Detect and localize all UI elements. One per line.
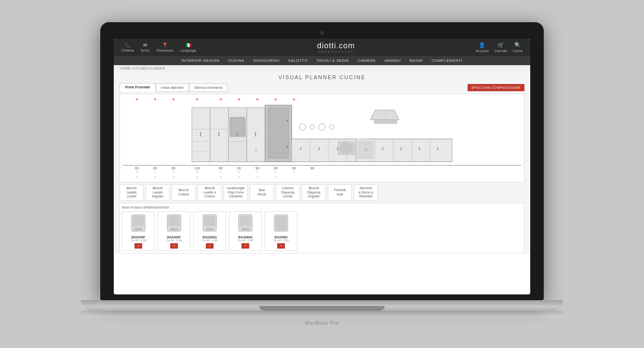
product-add-btn-3[interactable]: + [242, 243, 249, 249]
cart-label: Carrello [495, 49, 507, 53]
cat-basi-persili[interactable]: BasiPersili [250, 184, 274, 200]
cart-btn[interactable]: 🛒 Carrello [495, 42, 507, 53]
delete-x-8[interactable]: × [285, 97, 303, 102]
specchia-btn[interactable]: SPECCHIA COMPOSIZIONE [468, 84, 524, 91]
appliance-icon-1 [166, 214, 182, 232]
arrow-up-7[interactable]: ‹ [267, 170, 285, 175]
search-btn[interactable]: 🔍 Cerca [513, 42, 523, 53]
cat-blocchi-lavello-cottura[interactable]: BlocchiLavello eCottura [198, 184, 222, 200]
delete-x-7[interactable]: × [267, 97, 285, 102]
arrow-dn-0[interactable]: › [128, 175, 146, 180]
product-name-2: BAS060G [196, 236, 224, 239]
top-bar-chiama[interactable]: 📞 Chiama [121, 42, 134, 53]
arrow-dn-1[interactable]: › [146, 175, 164, 180]
left-arrow-8[interactable]: ‹ [294, 170, 295, 175]
nav-armadi[interactable]: ARMADI [385, 58, 401, 63]
top-bar-language[interactable]: 🇮🇹 Language [180, 42, 196, 53]
cat-blocchi-lavello-angolari[interactable]: BlocchiLavelloAngolari [146, 184, 170, 200]
delete-x-6[interactable]: × [248, 97, 267, 102]
measure-4: 60 [212, 167, 230, 170]
right-arrow-4[interactable]: › [220, 175, 222, 180]
left-arrow-0[interactable]: ‹ [136, 170, 138, 175]
measurements-row: 60 60 60 120 60 90 90 60 90 90 [123, 167, 521, 170]
nav-salotto[interactable]: SALOTTO [288, 58, 308, 63]
product-add-btn-0[interactable]: + [134, 243, 142, 249]
nav-cucina[interactable]: CUCINA [228, 58, 244, 63]
svg-rect-38 [319, 147, 320, 150]
tab-vista-frontale[interactable]: Vista Frontale [120, 83, 156, 92]
right-arrow-0[interactable]: › [136, 175, 138, 180]
site-logo[interactable]: diotti.com ARREDACLICK [317, 42, 355, 53]
arrow-dn-4[interactable]: › [212, 175, 230, 180]
measure-2: 60 [164, 167, 183, 170]
tab-elenco-elementi[interactable]: Elenco Elementi [189, 84, 228, 92]
arrow-dn-2[interactable]: › [164, 175, 183, 180]
top-bar: 📞 Chiama ✉ Scrivi 📍 Showroom 🇮🇹 [114, 39, 530, 56]
top-bar-showroom[interactable]: 📍 Showroom [156, 42, 174, 53]
svg-rect-51 [133, 216, 144, 226]
delete-x-0[interactable]: × [128, 97, 146, 102]
account-btn[interactable]: 👤 Account [476, 42, 489, 53]
cat-penisole[interactable]: PenisoleIsole [328, 184, 352, 200]
arrow-dn-3[interactable]: › [183, 175, 212, 180]
left-arrow-6[interactable]: ‹ [257, 170, 258, 175]
arrow-dn-5[interactable]: › [230, 175, 248, 180]
nav-bagni[interactable]: BAGNI [410, 58, 423, 63]
nav-camere[interactable]: CAMERE [358, 58, 376, 63]
cat-elementi-giorno[interactable]: Elementia Giorno eRolmöbel [354, 184, 378, 200]
arrow-up-6[interactable]: ‹ [248, 170, 267, 175]
cat-blocchi-cottura[interactable]: BlocchiCottura [172, 184, 196, 200]
cat-lavastoviglie[interactable]: LavastoviglieFrigo FornoCambotta [224, 184, 248, 200]
nav-interior-design[interactable]: INTERIOR DESIGN [182, 58, 220, 63]
breadcrumb-text: HOME / KITCHEN PLANNER [121, 67, 165, 70]
delete-x-3[interactable]: × [183, 97, 212, 102]
product-add-btn-4[interactable]: + [277, 243, 285, 249]
arrow-up-8[interactable]: ‹ [285, 170, 303, 175]
nav-complementi[interactable]: COMPLEMENTI [431, 58, 462, 63]
left-arrow-7[interactable]: ‹ [275, 170, 277, 175]
product-name-1: BAS060F [160, 236, 188, 239]
left-arrow-3[interactable]: ‹ [197, 170, 198, 175]
arrow-up-4[interactable]: ‹ [212, 170, 230, 175]
nav-tavoli[interactable]: TAVOLI & SEDIE [316, 58, 349, 63]
right-arrow-6[interactable]: › [257, 175, 258, 180]
arrow-up-2[interactable]: ‹ [164, 170, 183, 175]
product-add-btn-1[interactable]: + [170, 243, 178, 249]
cat-blocchi-lavello-lineari[interactable]: BlocchiLavelloLineari [120, 184, 144, 200]
right-arrow-3[interactable]: › [197, 175, 198, 180]
right-arrow-5[interactable]: › [239, 175, 240, 180]
arrow-up-5[interactable]: ‹ [230, 170, 248, 175]
product-add-btn-2[interactable]: + [206, 243, 214, 249]
svg-point-46 [319, 124, 325, 130]
top-bar-scrivi[interactable]: ✉ Scrivi [141, 42, 149, 53]
appliance-icon-4 [273, 214, 289, 232]
delete-x-4[interactable]: × [212, 97, 230, 102]
location-icon: 📍 [162, 42, 168, 48]
cat-colonne-dispensa[interactable]: ColonneDispensaLineari [276, 184, 300, 200]
right-arrow-2[interactable]: › [173, 175, 174, 180]
left-arrow-2[interactable]: ‹ [173, 170, 174, 175]
product-icon-0 [124, 214, 152, 235]
arrow-up-3[interactable]: ‹ [183, 170, 212, 175]
arrow-dn-6[interactable]: › [248, 175, 267, 180]
website: 📞 Chiama ✉ Scrivi 📍 Showroom 🇮🇹 [114, 39, 530, 294]
arrow-dn-7[interactable]: › [267, 175, 285, 180]
delete-x-5[interactable]: × [230, 97, 248, 102]
delete-x-2[interactable]: × [164, 97, 183, 102]
arrow-up-1[interactable]: ‹ [146, 170, 164, 175]
left-arrow-4[interactable]: ‹ [220, 170, 222, 175]
svg-point-47 [329, 125, 334, 129]
delete-row: × × × × × × × × × [123, 97, 521, 102]
right-arrow-7[interactable]: › [275, 175, 277, 180]
showroom-label: Showroom [156, 48, 174, 53]
left-arrow-5[interactable]: ‹ [239, 170, 240, 175]
delete-x-1[interactable]: × [146, 97, 164, 102]
right-arrow-1[interactable]: › [155, 175, 156, 180]
cat-blocchi-dispensa-angolari[interactable]: BlocchiDispensaAngolari [302, 184, 326, 200]
svg-rect-16 [268, 108, 289, 133]
scrivi-label: Scrivi [141, 48, 149, 53]
nav-soggiorno[interactable]: SOGGIORNO [253, 58, 280, 63]
tab-vista-alto[interactable]: Vista dall'Alto [156, 84, 189, 92]
left-arrow-1[interactable]: ‹ [155, 170, 156, 175]
arrow-up-0[interactable]: ‹ [128, 170, 146, 175]
